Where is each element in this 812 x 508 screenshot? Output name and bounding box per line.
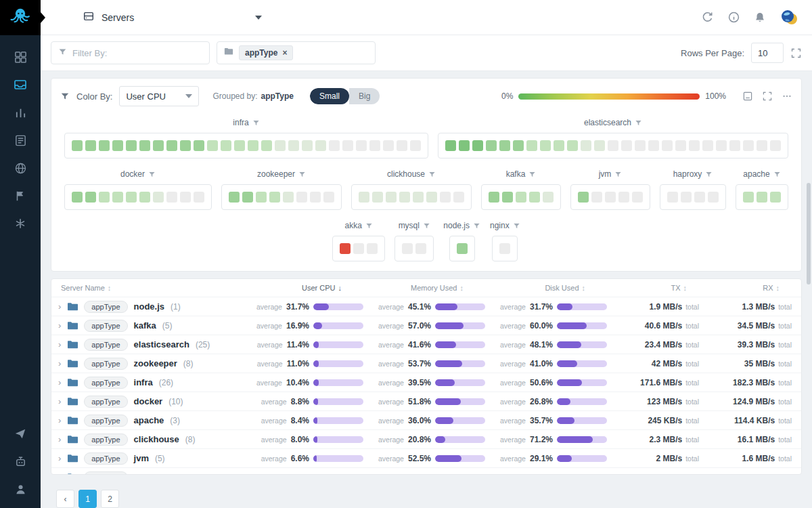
sidebar-item-explore[interactable] <box>12 160 28 176</box>
sidebar-item-invite[interactable] <box>12 425 28 442</box>
filter-icon[interactable] <box>528 171 536 178</box>
heatmap-cell[interactable] <box>513 140 524 151</box>
heatmap-cell[interactable] <box>689 140 700 151</box>
bell-icon[interactable] <box>754 12 766 24</box>
sort-icon[interactable]: ↕ <box>683 284 687 292</box>
heatmap-cell[interactable] <box>499 243 510 254</box>
server-group-name[interactable]: infra <box>134 377 153 387</box>
heatmap-cell[interactable] <box>757 192 767 203</box>
more-options-icon[interactable] <box>782 91 792 102</box>
app-logo[interactable] <box>0 0 41 35</box>
heatmap-cell[interactable] <box>72 192 83 203</box>
heatmap-cell[interactable] <box>648 140 659 151</box>
heatmap-cell[interactable] <box>743 140 754 151</box>
section-select[interactable]: Servers <box>83 10 262 25</box>
heatmap-cell[interactable] <box>397 140 407 151</box>
heatmap-cell[interactable] <box>112 192 123 203</box>
sidebar-item-servers[interactable] <box>12 77 28 93</box>
heatmap-cell[interactable] <box>516 192 526 203</box>
filter-icon[interactable] <box>298 171 306 178</box>
heatmap-cell[interactable] <box>426 192 437 203</box>
heatmap-cell[interactable] <box>453 192 464 203</box>
heatmap-cell[interactable] <box>413 192 424 203</box>
heatmap-cell[interactable] <box>440 192 451 203</box>
heatmap-cell[interactable] <box>486 140 497 151</box>
heatmap-cell[interactable] <box>99 140 110 151</box>
heatmap-cell[interactable] <box>372 192 383 203</box>
heatmap-cell[interactable] <box>591 192 602 203</box>
heatmap-cell[interactable] <box>99 192 110 203</box>
heatmap-cell[interactable] <box>369 140 380 151</box>
sidebar-item-dashboards[interactable] <box>12 49 28 65</box>
heatmap-cell[interactable] <box>194 140 204 151</box>
heatmap-cell[interactable] <box>153 140 164 151</box>
heatmap-cell[interactable] <box>194 192 204 203</box>
collapse-icon[interactable] <box>742 91 753 102</box>
filter-icon[interactable] <box>635 119 642 127</box>
heatmap-cell[interactable] <box>708 192 719 203</box>
sort-icon[interactable]: ↕ <box>776 284 780 292</box>
heatmap-cell[interactable] <box>139 192 150 203</box>
expand-icon[interactable] <box>762 91 773 102</box>
heatmap-cell[interactable] <box>166 192 177 203</box>
heatmap-cell[interactable] <box>472 140 483 151</box>
heatmap-cell[interactable] <box>310 192 321 203</box>
heatmap-cell[interactable] <box>126 140 137 151</box>
heatmap-cell[interactable] <box>702 140 713 151</box>
heatmap-cell[interactable] <box>526 140 537 151</box>
filter-input[interactable] <box>72 48 202 58</box>
heatmap-cell[interactable] <box>283 192 294 203</box>
user-avatar[interactable] <box>780 8 798 27</box>
heatmap-cell[interactable] <box>342 140 353 151</box>
heatmap-cell[interactable] <box>457 243 468 254</box>
sort-icon[interactable]: ↕ <box>460 284 464 292</box>
server-group-name[interactable]: clickhouse <box>134 434 179 444</box>
filter-icon[interactable] <box>428 171 436 178</box>
group-by-chip[interactable]: appType × <box>239 45 293 60</box>
chevron-right-icon[interactable]: › <box>58 397 61 406</box>
size-toggle-small[interactable]: Small <box>310 88 349 104</box>
chevron-right-icon[interactable]: › <box>58 378 61 387</box>
fullscreen-icon[interactable] <box>790 47 802 59</box>
heatmap-cell[interactable] <box>529 192 540 203</box>
sidebar-item-monitoring[interactable] <box>12 104 28 121</box>
server-group-name[interactable]: elasticsearch <box>134 339 189 350</box>
heatmap-cell[interactable] <box>302 140 313 151</box>
server-group-name[interactable]: docker <box>134 396 163 406</box>
server-group-name[interactable]: node.js <box>134 301 165 312</box>
heatmap-cell[interactable] <box>85 140 96 151</box>
sidebar-item-alerts[interactable] <box>12 188 28 204</box>
filter-icon[interactable] <box>513 222 520 230</box>
heatmap-cell[interactable] <box>618 192 629 203</box>
heatmap-cell[interactable] <box>359 192 369 203</box>
heatmap-cell[interactable] <box>402 243 413 254</box>
chip-close-icon[interactable]: × <box>282 48 287 58</box>
heatmap-cell[interactable] <box>743 192 754 203</box>
chevron-right-icon[interactable]: › <box>58 416 61 425</box>
size-toggle[interactable]: Small Big <box>310 88 380 104</box>
heatmap-cell[interactable] <box>386 192 397 203</box>
filter-icon[interactable] <box>614 171 622 178</box>
heatmap-cell[interactable] <box>261 140 272 151</box>
heatmap-cell[interactable] <box>126 192 137 203</box>
column-header-tx[interactable]: TX↕ <box>616 284 708 292</box>
column-header-memory-used[interactable]: Memory Used↕ <box>373 284 495 292</box>
heatmap-cell[interactable] <box>340 243 351 254</box>
heatmap-cell[interactable] <box>180 140 191 151</box>
heatmap-cell[interactable] <box>229 192 240 203</box>
heatmap-cell[interactable] <box>234 140 245 151</box>
size-toggle-big[interactable]: Big <box>349 88 380 104</box>
heatmap-cell[interactable] <box>770 192 781 203</box>
heatmap-cell[interactable] <box>242 192 253 203</box>
server-group-name[interactable]: jvm <box>134 453 149 463</box>
heatmap-cell[interactable] <box>729 140 740 151</box>
heatmap-cell[interactable] <box>694 192 705 203</box>
heatmap-cell[interactable] <box>489 192 499 203</box>
chevron-right-icon[interactable]: › <box>58 302 61 311</box>
heatmap-cell[interactable] <box>410 140 421 151</box>
heatmap-cell[interactable] <box>581 140 591 151</box>
heatmap-cell[interactable] <box>248 140 258 151</box>
sort-icon[interactable]: ↕ <box>108 284 112 292</box>
rows-per-page-input[interactable] <box>751 43 784 63</box>
column-header-rx[interactable]: RX↕ <box>708 284 801 292</box>
